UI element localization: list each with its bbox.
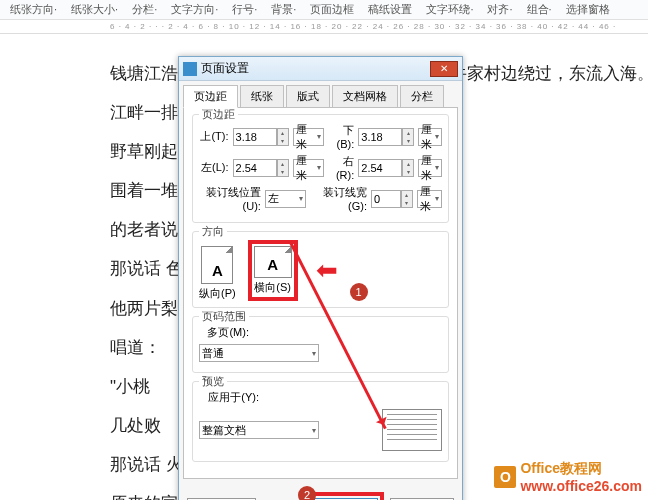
- ribbon-item[interactable]: 分栏·: [132, 2, 157, 17]
- multipage-label: 多页(M):: [199, 325, 249, 340]
- ribbon-item[interactable]: 对齐·: [487, 2, 512, 17]
- gutter-width-label: 装订线宽(G):: [310, 185, 367, 212]
- group-label: 页码范围: [199, 309, 249, 324]
- dialog-tabs: 页边距 纸张 版式 文档网格 分栏: [179, 81, 462, 108]
- right-input[interactable]: [358, 159, 402, 177]
- group-label: 预览: [199, 374, 227, 389]
- right-unit[interactable]: 厘米: [418, 159, 442, 177]
- group-label: 方向: [199, 224, 227, 239]
- tab-layout[interactable]: 版式: [286, 85, 330, 108]
- logo-icon: O: [494, 466, 516, 488]
- bottom-label: 下(B):: [328, 123, 355, 150]
- ribbon-item[interactable]: 页面边框: [310, 2, 354, 17]
- top-input[interactable]: [233, 128, 277, 146]
- gutter-width-unit[interactable]: 厘米: [417, 190, 442, 208]
- gutter-pos-label: 装订线位置(U):: [199, 185, 261, 212]
- gutter-pos-combo[interactable]: 左: [265, 190, 306, 208]
- top-label: 上(T):: [199, 129, 229, 144]
- spinner[interactable]: ▴▾: [277, 159, 289, 177]
- bottom-unit[interactable]: 厘米: [418, 128, 442, 146]
- multipage-combo[interactable]: 普通: [199, 344, 319, 362]
- preview-group: 预览 应用于(Y): 整篇文档: [192, 381, 449, 462]
- tab-columns[interactable]: 分栏: [400, 85, 444, 108]
- apply-label: 应用于(Y):: [199, 390, 259, 405]
- spinner[interactable]: ▴▾: [402, 159, 414, 177]
- top-unit[interactable]: 厘米: [293, 128, 324, 146]
- watermark: O Office教程网 www.office26.com: [494, 460, 642, 494]
- dialog-titlebar[interactable]: 页面设置 ✕: [179, 57, 462, 81]
- spinner[interactable]: ▴▾: [401, 190, 413, 208]
- left-label: 左(L):: [199, 160, 229, 175]
- ribbon-item[interactable]: 背景·: [271, 2, 296, 17]
- left-input[interactable]: [233, 159, 277, 177]
- ribbon: 纸张方向· 纸张大小· 分栏· 文字方向· 行号· 背景· 页面边框 稿纸设置 …: [0, 0, 648, 20]
- orientation-group: 方向 A 纵向(P) A 横向(S) ⬅ 1: [192, 231, 449, 308]
- portrait-option[interactable]: A 纵向(P): [199, 246, 236, 301]
- landscape-option[interactable]: A 横向(S): [254, 246, 292, 295]
- preview-thumbnail: [382, 409, 442, 451]
- spinner[interactable]: ▴▾: [402, 128, 414, 146]
- tab-paper[interactable]: 纸张: [240, 85, 284, 108]
- dialog-panel: 页边距 上(T): ▴▾ 厘米 下(B): ▴▾ 厘米 左(L): ▴▾ 厘米 …: [183, 107, 458, 479]
- dialog-buttons: 默认(D)... 2 确定 取消: [179, 486, 462, 500]
- ribbon-item[interactable]: 选择窗格: [566, 2, 610, 17]
- left-unit[interactable]: 厘米: [293, 159, 324, 177]
- landscape-label: 横向(S): [254, 280, 292, 295]
- right-label: 右(R):: [328, 154, 355, 181]
- ribbon-item[interactable]: 组合·: [527, 2, 552, 17]
- horizontal-ruler: 6 · 4 · 2 · · · 2 · 4 · 6 · 8 · 10 · 12 …: [0, 20, 648, 34]
- callout-1: 1: [350, 283, 368, 301]
- apply-combo[interactable]: 整篇文档: [199, 421, 319, 439]
- close-button[interactable]: ✕: [430, 61, 458, 77]
- ribbon-item[interactable]: 行号·: [232, 2, 257, 17]
- spinner[interactable]: ▴▾: [277, 128, 289, 146]
- dialog-title: 页面设置: [201, 60, 249, 77]
- bottom-input[interactable]: [358, 128, 402, 146]
- ribbon-item[interactable]: 文字环绕·: [426, 2, 473, 17]
- tab-margins[interactable]: 页边距: [183, 85, 238, 108]
- ribbon-item[interactable]: 纸张大小·: [71, 2, 118, 17]
- watermark-url: www.office26.com: [520, 478, 642, 494]
- arrow-icon: ⬅: [316, 255, 338, 286]
- pages-group: 页码范围 多页(M): 普通: [192, 316, 449, 373]
- ribbon-item[interactable]: 稿纸设置: [368, 2, 412, 17]
- margins-group: 页边距 上(T): ▴▾ 厘米 下(B): ▴▾ 厘米 左(L): ▴▾ 厘米 …: [192, 114, 449, 223]
- portrait-label: 纵向(P): [199, 286, 236, 301]
- gutter-width-input[interactable]: [371, 190, 401, 208]
- app-icon: [183, 62, 197, 76]
- ribbon-item[interactable]: 文字方向·: [171, 2, 218, 17]
- group-label: 页边距: [199, 107, 238, 122]
- watermark-brand: Office教程网: [520, 460, 642, 478]
- page-setup-dialog: 页面设置 ✕ 页边距 纸张 版式 文档网格 分栏 页边距 上(T): ▴▾ 厘米…: [178, 56, 463, 500]
- tab-grid[interactable]: 文档网格: [332, 85, 398, 108]
- callout-2: 2: [298, 486, 316, 500]
- ribbon-item[interactable]: 纸张方向·: [10, 2, 57, 17]
